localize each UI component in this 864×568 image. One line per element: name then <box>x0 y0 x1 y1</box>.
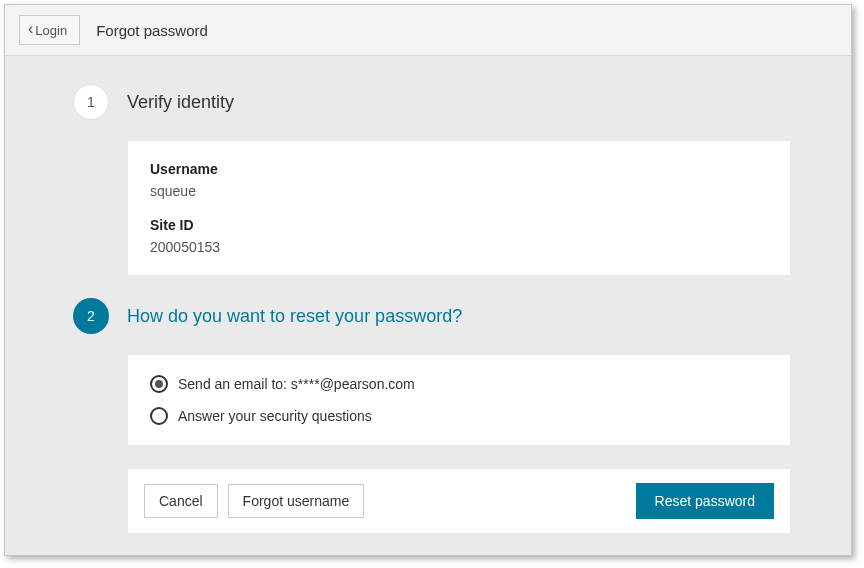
siteid-label: Site ID <box>150 217 768 233</box>
option-security-questions[interactable]: Answer your security questions <box>150 407 768 425</box>
siteid-value: 200050153 <box>150 239 768 255</box>
page-title: Forgot password <box>96 22 208 39</box>
login-back-button[interactable]: ‹ Login <box>19 15 80 45</box>
step2-number: 2 <box>73 298 109 334</box>
content-area: 1 Verify identity Username squeue Site I… <box>5 56 851 555</box>
login-button-label: Login <box>35 23 67 38</box>
option-email-label: Send an email to: s****@pearson.com <box>178 376 415 392</box>
identity-card: Username squeue Site ID 200050153 <box>127 140 791 276</box>
option-email[interactable]: Send an email to: s****@pearson.com <box>150 375 768 393</box>
radio-icon-selected <box>150 375 168 393</box>
button-bar: Cancel Forgot username Reset password <box>127 468 791 534</box>
option-security-label: Answer your security questions <box>178 408 372 424</box>
header-bar: ‹ Login Forgot password <box>5 5 851 56</box>
step1-title: Verify identity <box>127 92 234 113</box>
radio-icon-unselected <box>150 407 168 425</box>
forgot-username-button[interactable]: Forgot username <box>228 484 365 518</box>
step2-header: 2 How do you want to reset your password… <box>65 298 791 334</box>
step1-header: 1 Verify identity <box>65 84 791 120</box>
username-field: Username squeue <box>150 161 768 199</box>
reset-password-button[interactable]: Reset password <box>636 483 774 519</box>
username-label: Username <box>150 161 768 177</box>
step1-number: 1 <box>73 84 109 120</box>
siteid-field: Site ID 200050153 <box>150 217 768 255</box>
chevron-left-icon: ‹ <box>28 21 33 37</box>
cancel-button[interactable]: Cancel <box>144 484 218 518</box>
reset-options-card: Send an email to: s****@pearson.com Answ… <box>127 354 791 446</box>
username-value: squeue <box>150 183 768 199</box>
app-frame: ‹ Login Forgot password 1 Verify identit… <box>4 4 852 556</box>
step2-title: How do you want to reset your password? <box>127 306 462 327</box>
